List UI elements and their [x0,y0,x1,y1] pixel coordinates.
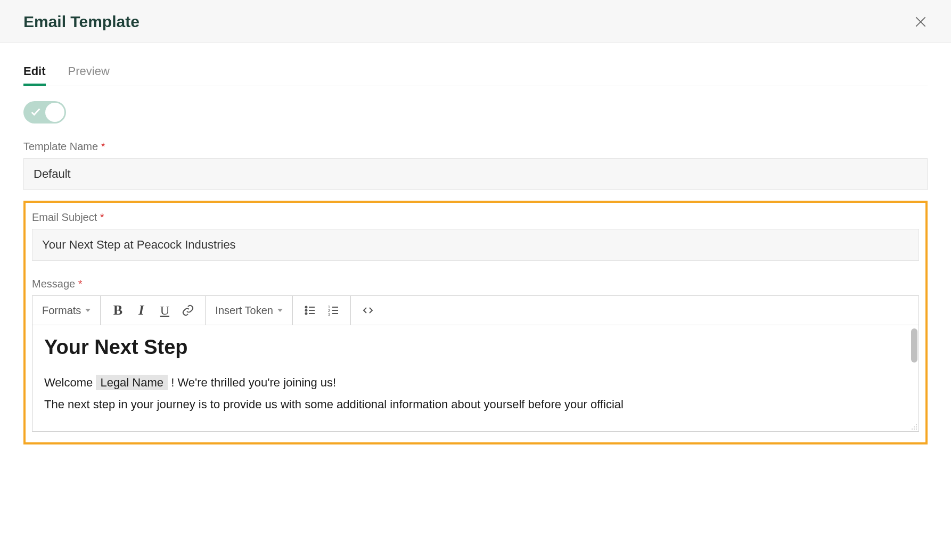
toolbar-group-lists: 1 2 3 [293,296,351,325]
required-asterisk: * [101,141,105,152]
message-label-text: Message [32,278,75,290]
toolbar-group-token: Insert Token [206,296,293,325]
svg-text:3: 3 [328,312,330,316]
email-subject-label-text: Email Subject [32,211,97,223]
link-button[interactable] [176,299,200,322]
resize-handle[interactable] [909,422,917,430]
close-button[interactable] [914,15,928,29]
underline-icon: U [160,303,169,318]
chevron-down-icon [85,309,91,312]
underline-button[interactable]: U [153,299,176,322]
editor-line-1: Welcome Legal Name ! We're thrilled you'… [44,374,907,391]
editor-line1-prefix: Welcome [44,376,96,389]
bold-button[interactable]: B [106,299,129,322]
active-toggle-wrap [23,101,928,123]
close-icon [914,15,928,29]
email-subject-label: Email Subject * [32,211,919,224]
toolbar-group-formats: Formats [32,296,101,325]
tab-preview[interactable]: Preview [68,64,110,86]
template-name-label-text: Template Name [23,141,98,152]
editor-toolbar: Formats B I U Insert Token [32,295,919,325]
message-label: Message * [32,278,919,290]
svg-point-3 [305,310,307,311]
svg-point-2 [305,307,307,308]
chevron-down-icon [277,309,283,312]
highlighted-section: Email Subject * Message * Formats B I U [23,201,928,444]
svg-text:2: 2 [328,309,330,312]
dialog-content: Edit Preview Template Name * Email Subje… [0,43,951,444]
insert-token-dropdown[interactable]: Insert Token [211,304,287,317]
template-name-input[interactable] [23,158,928,190]
editor-content[interactable]: Your Next Step Welcome Legal Name ! We'r… [32,325,919,431]
editor-line1-suffix: ! We're thrilled you're joining us! [171,376,336,389]
italic-icon: I [138,302,144,318]
numbered-list-icon: 1 2 3 [327,304,340,317]
bold-icon: B [113,302,122,318]
active-toggle[interactable] [23,101,66,123]
toolbar-group-code [351,296,385,325]
code-view-button[interactable] [356,299,380,322]
bullet-list-icon [304,304,316,317]
formats-label: Formats [42,304,81,317]
insert-token-label: Insert Token [215,304,273,317]
svg-point-18 [914,429,915,430]
token-legal-name[interactable]: Legal Name [96,375,168,390]
svg-point-15 [914,426,915,427]
svg-point-14 [916,424,917,425]
tab-edit[interactable]: Edit [23,64,46,86]
email-subject-input[interactable] [32,229,919,261]
editor-heading: Your Next Step [44,336,907,359]
editor-scrollbar[interactable] [911,328,917,363]
svg-text:1: 1 [328,305,330,309]
formats-dropdown[interactable]: Formats [38,304,95,317]
svg-point-17 [912,429,913,430]
message-editor[interactable]: Your Next Step Welcome Legal Name ! We'r… [32,325,919,432]
toolbar-group-text: B I U [101,296,206,325]
numbered-list-button[interactable]: 1 2 3 [322,299,345,322]
bullet-list-button[interactable] [298,299,322,322]
tab-bar: Edit Preview [23,43,928,86]
template-name-label: Template Name * [23,141,928,153]
editor-line-2: The next step in your journey is to prov… [44,396,907,413]
dialog-title: Email Template [23,13,140,31]
toggle-knob [45,103,64,122]
dialog-header: Email Template [0,0,951,43]
link-icon [182,304,194,317]
svg-point-19 [916,429,917,430]
required-asterisk: * [100,211,104,223]
svg-point-4 [305,313,307,315]
italic-button[interactable]: I [129,299,153,322]
required-asterisk: * [78,278,83,290]
check-icon [30,106,42,118]
code-icon [362,304,374,317]
svg-point-16 [916,426,917,427]
